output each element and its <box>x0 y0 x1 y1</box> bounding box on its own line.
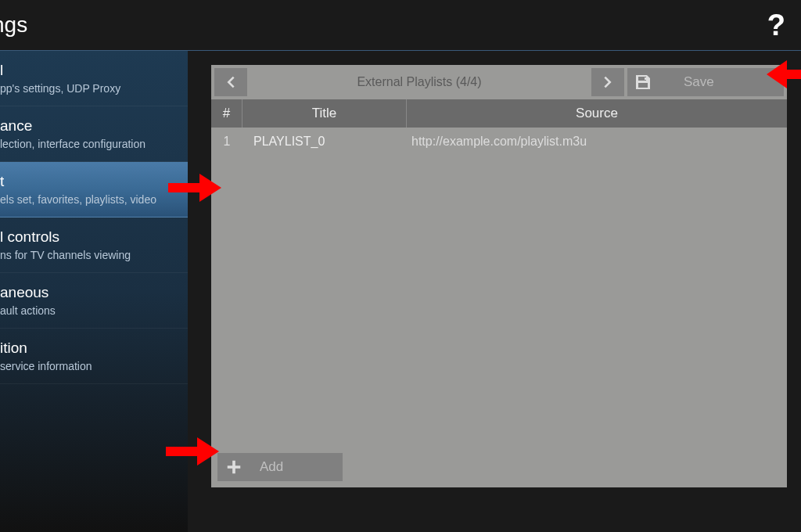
column-header-index: # <box>211 99 242 128</box>
sidebar-item-title: aneous <box>0 284 181 301</box>
sidebar-item-content[interactable]: t els set, favorites, playlists, video <box>0 162 188 217</box>
cell-title: PLAYLIST_0 <box>242 135 407 149</box>
sidebar-item-title: ition <box>0 340 181 357</box>
sidebar-item-title: t <box>0 173 181 190</box>
sidebar-item-desc: pp's settings, UDP Proxy <box>0 82 181 95</box>
main-panel: External Playlists (4/4) Save # Title So… <box>188 51 801 532</box>
sidebar: l pp's settings, UDP Proxy ance lection,… <box>0 51 188 532</box>
sidebar-item-info[interactable]: ition service information <box>0 329 188 384</box>
sidebar-item-desc: lection, interface configuration <box>0 138 181 150</box>
page-title: ngs <box>0 13 27 38</box>
save-button[interactable]: Save <box>627 68 784 96</box>
cell-index: 1 <box>211 135 242 149</box>
help-icon[interactable]: ? <box>767 9 785 42</box>
table-header: # Title Source <box>211 99 787 128</box>
table-body: 1 PLAYLIST_0 http://example.com/playlist… <box>211 128 787 156</box>
plus-icon <box>225 458 242 476</box>
next-button[interactable] <box>591 68 624 96</box>
add-label: Add <box>260 459 283 475</box>
sidebar-item-desc: els set, favorites, playlists, video <box>0 193 181 206</box>
sidebar-item-desc: ns for TV channels viewing <box>0 249 181 261</box>
table-row[interactable]: 1 PLAYLIST_0 http://example.com/playlist… <box>211 128 787 156</box>
toolbar: External Playlists (4/4) Save <box>211 65 787 99</box>
sidebar-item-desc: service information <box>0 360 181 372</box>
header: ngs ? <box>0 0 801 51</box>
sidebar-item-parental[interactable]: l controls ns for TV channels viewing <box>0 217 188 273</box>
playlist-panel: External Playlists (4/4) Save # Title So… <box>211 65 787 487</box>
save-label: Save <box>684 74 714 90</box>
toolbar-title: External Playlists (4/4) <box>250 68 588 96</box>
sidebar-item-title: l controls <box>0 228 181 246</box>
add-button[interactable]: Add <box>217 453 343 481</box>
arrow-left-icon <box>222 74 239 91</box>
sidebar-item-appearance[interactable]: ance lection, interface configuration <box>0 106 188 162</box>
sidebar-item-general[interactable]: l pp's settings, UDP Proxy <box>0 51 188 106</box>
prev-button[interactable] <box>214 68 247 96</box>
save-icon <box>634 73 652 92</box>
sidebar-item-title: ance <box>0 117 181 135</box>
sidebar-item-misc[interactable]: aneous ault actions <box>0 273 188 329</box>
sidebar-item-desc: ault actions <box>0 304 181 317</box>
sidebar-item-title: l <box>0 62 181 79</box>
cell-source: http://example.com/playlist.m3u <box>407 135 787 149</box>
arrow-right-icon <box>599 74 616 91</box>
column-header-source: Source <box>407 99 787 128</box>
column-header-title: Title <box>242 99 407 128</box>
